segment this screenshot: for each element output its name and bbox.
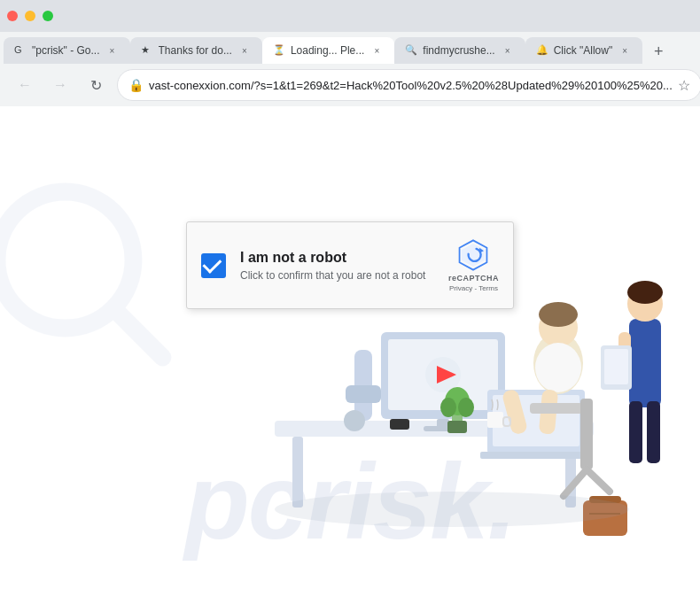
title-bar	[0, 0, 700, 32]
recaptcha-links: Privacy - Terms	[449, 284, 498, 292]
svg-rect-13	[480, 452, 592, 459]
forward-icon: →	[53, 77, 67, 93]
tab-title-loading: Loading... Ple...	[291, 44, 364, 57]
svg-point-29	[344, 410, 365, 431]
address-text: vast-conexxion.com/?s=1&t1=269&t2=Hack%2…	[149, 79, 673, 92]
recaptcha-text-area: I am not a robot Click to confirm that y…	[240, 250, 434, 282]
tab-title-allow: Click "Allow"	[554, 44, 613, 57]
tab-favicon-findmy: 🔍	[405, 44, 417, 57]
tab-close-pcrisk[interactable]: ×	[105, 43, 120, 58]
svg-rect-30	[629, 319, 661, 407]
tab-close-loading[interactable]: ×	[369, 43, 384, 58]
tab-favicon-allow: 🔔	[536, 44, 548, 57]
recaptcha-checkbox[interactable]	[201, 253, 226, 278]
svg-rect-45	[390, 419, 409, 430]
recaptcha-main-text: I am not a robot	[240, 250, 434, 266]
page-content: pcrisk.	[0, 106, 700, 589]
tab-pcrisk[interactable]: G "pcrisk" - Go... ×	[4, 37, 130, 64]
tab-thanks[interactable]: ★ Thanks for do... ×	[130, 37, 262, 64]
browser-window: G "pcrisk" - Go... × ★ Thanks for do... …	[0, 0, 700, 589]
recaptcha-widget: I am not a robot Click to confirm that y…	[186, 221, 514, 309]
tab-close-thanks[interactable]: ×	[237, 43, 252, 58]
privacy-link[interactable]: Privacy	[449, 284, 472, 292]
new-tab-button[interactable]: +	[646, 39, 671, 64]
svg-rect-37	[647, 401, 660, 463]
back-icon: ←	[18, 77, 32, 93]
svg-point-42	[458, 398, 474, 417]
svg-rect-28	[346, 385, 381, 403]
lock-icon: 🔒	[128, 78, 144, 92]
maximize-window-button[interactable]	[43, 11, 53, 21]
svg-point-46	[275, 492, 629, 527]
recaptcha-checkbox-area[interactable]	[201, 253, 226, 278]
svg-point-32	[627, 281, 663, 304]
tabs-bar: G "pcrisk" - Go... × ★ Thanks for do... …	[0, 32, 700, 64]
tab-allow[interactable]: 🔔 Click "Allow" ×	[525, 37, 643, 64]
svg-point-17	[535, 343, 581, 392]
tab-close-findmy[interactable]: ×	[501, 43, 515, 58]
recaptcha-logo: reCAPTCHA Privacy - Terms	[448, 238, 499, 292]
tab-findmy[interactable]: 🔍 findmycrushe... ×	[394, 37, 525, 64]
back-button[interactable]: ←	[11, 71, 39, 99]
recaptcha-logo-icon	[456, 238, 490, 272]
tab-loading[interactable]: ⏳ Loading... Ple... ×	[262, 37, 394, 64]
tab-title-pcrisk: "pcrisk" - Go...	[32, 44, 100, 57]
svg-rect-3	[292, 437, 303, 508]
minimize-window-button[interactable]	[25, 11, 35, 21]
forward-button[interactable]: →	[46, 71, 74, 99]
svg-rect-36	[629, 401, 642, 463]
svg-rect-43	[487, 412, 503, 428]
svg-rect-20	[530, 403, 587, 414]
tab-title-thanks: Thanks for do...	[159, 44, 232, 57]
svg-rect-35	[604, 349, 628, 384]
close-window-button[interactable]	[7, 11, 18, 21]
recaptcha-brand-text: reCAPTCHA	[448, 274, 499, 283]
svg-point-41	[440, 398, 456, 417]
tab-favicon-thanks: ★	[141, 44, 153, 57]
tab-favicon-pcrisk: G	[14, 44, 27, 57]
tab-close-allow[interactable]: ×	[618, 43, 632, 58]
nav-bar: ← → ↻ 🔒 vast-conexxion.com/?s=1&t1=269&t…	[0, 64, 700, 106]
refresh-button[interactable]: ↻	[82, 71, 110, 99]
svg-line-1	[117, 312, 163, 358]
window-controls	[7, 11, 53, 21]
tab-title-findmy: findmycrushe...	[423, 44, 494, 57]
address-bar-container[interactable]: 🔒 vast-conexxion.com/?s=1&t1=269&t2=Hack…	[117, 69, 700, 101]
svg-point-16	[539, 302, 578, 327]
refresh-icon: ↻	[90, 77, 102, 94]
svg-rect-39	[447, 421, 467, 433]
office-illustration	[186, 128, 700, 589]
tab-favicon-loading: ⏳	[273, 44, 285, 57]
recaptcha-sub-text: Click to confirm that you are not a robo…	[240, 269, 434, 282]
svg-rect-21	[580, 399, 593, 469]
bookmark-icon[interactable]: ☆	[678, 77, 690, 94]
terms-link[interactable]: Terms	[478, 284, 498, 292]
magnifier-background	[0, 177, 177, 372]
svg-line-22	[587, 469, 610, 492]
